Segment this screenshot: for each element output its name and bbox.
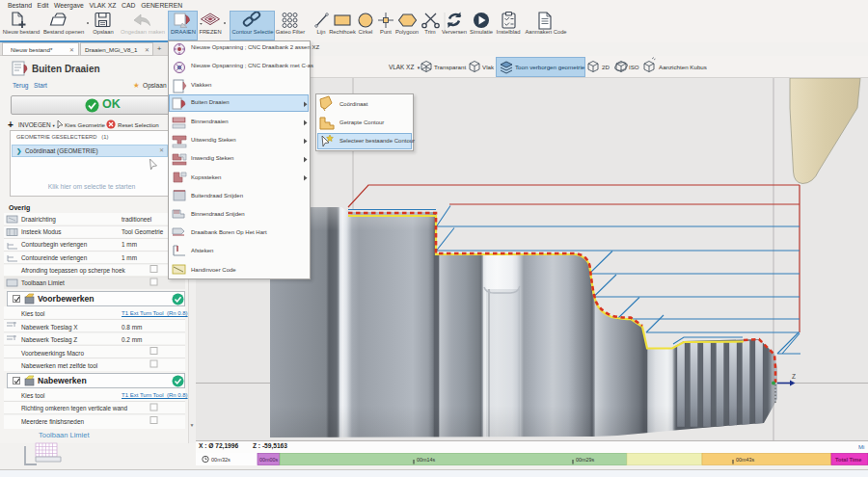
- svg-text:00m29s: 00m29s: [576, 457, 594, 463]
- svg-text:00m43s: 00m43s: [736, 457, 754, 463]
- svg-text:Total Time: Total Time: [835, 457, 861, 463]
- svg-text:Z: Z: [792, 373, 796, 380]
- svg-text:00m14s: 00m14s: [417, 457, 435, 463]
- svg-text:00m32s: 00m32s: [211, 457, 231, 463]
- svg-text:00m00s: 00m00s: [259, 457, 278, 463]
